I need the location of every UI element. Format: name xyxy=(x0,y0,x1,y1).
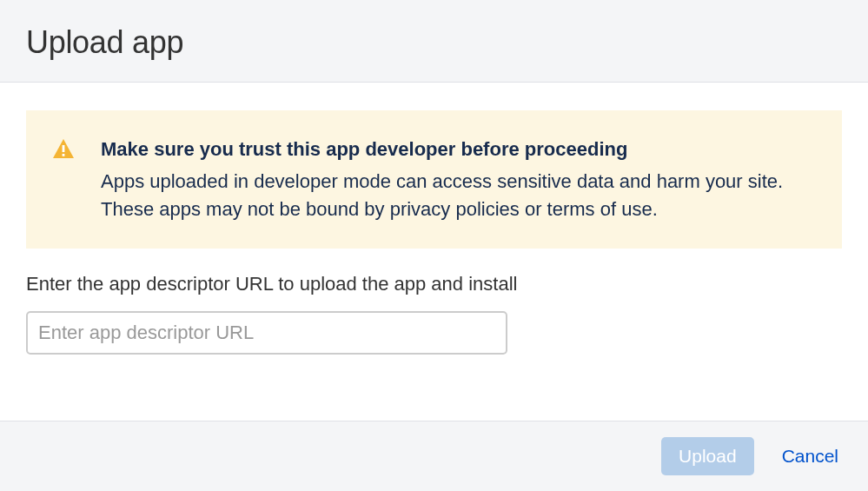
warning-panel: Make sure you trust this app developer b… xyxy=(26,110,842,249)
url-field-label: Enter the app descriptor URL to upload t… xyxy=(26,273,842,295)
upload-button[interactable]: Upload xyxy=(661,437,754,475)
upload-app-dialog: Upload app Make sure you trust this app … xyxy=(0,0,868,491)
dialog-footer: Upload Cancel xyxy=(0,421,868,491)
dialog-title: Upload app xyxy=(26,24,842,61)
dialog-header: Upload app xyxy=(0,0,868,83)
warning-title: Make sure you trust this app developer b… xyxy=(101,136,807,163)
svg-rect-0 xyxy=(63,145,65,152)
dialog-body: Make sure you trust this app developer b… xyxy=(0,83,868,421)
warning-text: Make sure you trust this app developer b… xyxy=(101,136,807,222)
svg-rect-1 xyxy=(63,154,65,156)
app-descriptor-url-input[interactable] xyxy=(26,311,507,355)
cancel-button[interactable]: Cancel xyxy=(779,437,842,475)
warning-triangle-icon xyxy=(52,138,75,163)
warning-description: Apps uploaded in developer mode can acce… xyxy=(101,168,807,223)
